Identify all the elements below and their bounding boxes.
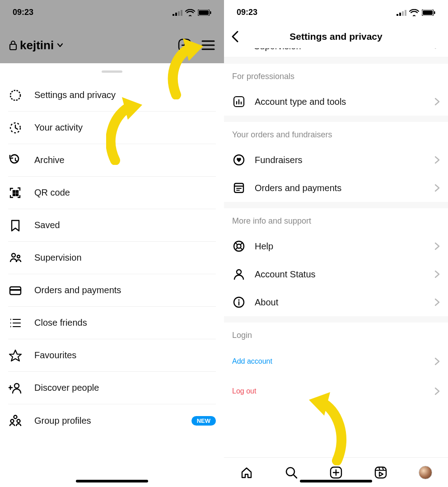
page-title: Settings and privacy: [289, 31, 382, 42]
svg-point-15: [12, 253, 15, 257]
settings-header: Settings and privacy: [224, 25, 448, 48]
menu-label: Favourites: [34, 350, 76, 361]
svg-rect-12: [16, 191, 18, 192]
tab-bar: [224, 457, 448, 487]
menu-label: QR code: [34, 187, 70, 198]
svg-rect-13: [13, 194, 15, 196]
svg-rect-29: [434, 11, 435, 14]
chart-icon: [232, 95, 246, 108]
sheet-handle[interactable]: [102, 70, 122, 73]
svg-rect-14: [16, 194, 18, 196]
row-about[interactable]: About: [224, 288, 448, 316]
activity-icon: [8, 121, 23, 135]
info-icon: [232, 295, 246, 309]
tab-reels[interactable]: [373, 464, 389, 481]
svg-point-16: [17, 255, 20, 258]
menu-label: Orders and payments: [34, 285, 121, 295]
row-label: Log out: [232, 387, 434, 395]
status-time: 09:23: [237, 8, 257, 17]
svg-point-37: [238, 299, 239, 300]
svg-rect-28: [423, 10, 433, 15]
row-label: Supervision: [254, 48, 301, 52]
status-bar: 09:23: [224, 0, 448, 25]
tab-home[interactable]: [238, 464, 255, 481]
cellular-icon: [397, 9, 406, 16]
section-header-orders: Your orders and fundraisers: [224, 122, 448, 146]
search-icon: [285, 466, 298, 479]
home-indicator: [76, 480, 148, 482]
menu-close-friends[interactable]: Close friends: [8, 307, 216, 339]
row-label: Account Status: [255, 269, 425, 280]
person-icon: [232, 267, 246, 281]
tab-profile[interactable]: [417, 464, 434, 481]
menu-label: Settings and privacy: [34, 90, 116, 100]
avatar-icon: [419, 466, 432, 479]
supervision-icon: [8, 251, 23, 265]
row-account-status[interactable]: Account Status: [224, 260, 448, 288]
menu-archive[interactable]: Archive: [8, 144, 216, 177]
bookmark-icon: [8, 218, 23, 233]
reels-icon: [374, 466, 387, 479]
svg-point-19: [14, 384, 19, 388]
wifi-icon: [409, 9, 419, 16]
back-button[interactable]: [230, 30, 240, 43]
home-indicator: [300, 480, 372, 482]
svg-rect-25: [402, 11, 404, 16]
menu-settings-privacy[interactable]: Settings and privacy: [8, 79, 216, 112]
chevron-right-icon: [434, 242, 440, 250]
tab-create[interactable]: [328, 464, 344, 481]
row-fundraisers[interactable]: Fundraisers: [224, 146, 448, 174]
menu-qr-code[interactable]: QR code: [8, 177, 216, 209]
section-header-support: More info and support: [224, 208, 448, 232]
svg-rect-11: [13, 191, 15, 192]
home-icon: [240, 466, 253, 479]
create-icon: [329, 466, 343, 479]
menu-discover-people[interactable]: Discover people: [8, 372, 216, 404]
menu-supervision[interactable]: Supervision: [8, 242, 216, 274]
row-orders-payments[interactable]: Orders and payments: [224, 174, 448, 202]
heart-circle-icon: [232, 153, 246, 167]
svg-point-20: [14, 416, 17, 419]
gear-icon: [8, 88, 23, 103]
row-log-out[interactable]: Log out: [224, 376, 448, 406]
row-add-account[interactable]: Add account: [224, 347, 448, 376]
menu-group-profiles[interactable]: Group profiles NEW: [8, 404, 216, 437]
svg-point-21: [11, 420, 14, 423]
row-label: Account type and tools: [255, 97, 425, 107]
row-supervision-partial[interactable]: Supervision: [224, 48, 448, 57]
card-icon: [8, 283, 23, 298]
archive-icon: [8, 153, 23, 168]
svg-rect-23: [397, 14, 398, 16]
lifebuoy-icon: [232, 239, 246, 253]
tab-search[interactable]: [283, 464, 299, 481]
qr-icon: [8, 186, 23, 200]
chevron-right-icon: [434, 298, 440, 306]
section-header-login: Login: [224, 323, 448, 347]
row-help[interactable]: Help: [224, 232, 448, 260]
svg-rect-26: [405, 10, 406, 16]
left-phone: 09:23 kejtini: [0, 0, 224, 487]
menu-your-activity[interactable]: Your activity: [8, 112, 216, 144]
dim-overlay: [0, 0, 224, 63]
chevron-right-icon: [434, 387, 440, 395]
add-user-icon: [8, 381, 23, 395]
menu-saved[interactable]: Saved: [8, 209, 216, 242]
menu-label: Archive: [34, 155, 65, 165]
sheet-menu: Settings and privacy Your activity Archi…: [0, 79, 224, 437]
chevron-right-icon: [434, 184, 440, 192]
chevron-right-icon: [434, 270, 440, 278]
row-account-type-tools[interactable]: Account type and tools: [224, 88, 448, 116]
settings-scroll[interactable]: Supervision For professionals Account ty…: [224, 48, 448, 457]
row-label: Fundraisers: [255, 155, 425, 165]
hamburger-sheet: Settings and privacy Your activity Archi…: [0, 63, 224, 487]
svg-point-9: [10, 90, 20, 100]
menu-label: Supervision: [34, 253, 82, 263]
menu-orders-payments[interactable]: Orders and payments: [8, 274, 216, 307]
menu-label: Your activity: [34, 122, 83, 133]
status-icons: [397, 9, 435, 16]
star-icon: [8, 348, 23, 363]
row-label: Orders and payments: [255, 183, 425, 193]
menu-favourites[interactable]: Favourites: [8, 339, 216, 372]
menu-label: Saved: [34, 220, 60, 230]
group-icon: [8, 413, 23, 428]
